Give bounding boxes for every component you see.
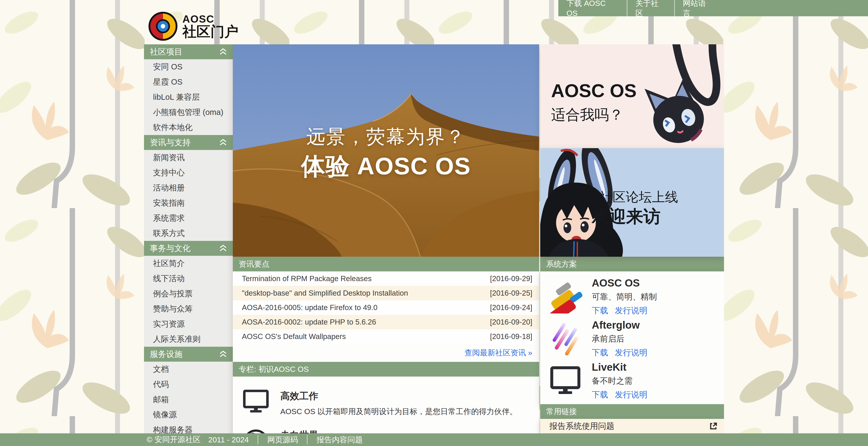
- footer-source-link[interactable]: 网页源码: [258, 435, 307, 444]
- aosc-os-product-icon: [548, 279, 582, 314]
- monitor-icon: [243, 390, 269, 413]
- distro-name: LiveKit: [592, 361, 647, 373]
- sidebar-item-docs[interactable]: 文档: [144, 362, 233, 377]
- distro-entry-afterglow: Afterglow 承前启后 下载 发行说明: [540, 318, 724, 360]
- news-title: Termination of RPM Package Releases: [242, 274, 372, 283]
- sidebar-item-mail[interactable]: 邮箱: [144, 392, 233, 407]
- hero-banner[interactable]: 远景，荧幕为界？ 体验 AOSC OS: [233, 44, 539, 257]
- column-item[interactable]: 高效工作 AOSC OS 以开箱即用及简明设计为目标，是您日常工作的得力伙伴。: [233, 384, 539, 423]
- news-title: AOSC OS's Default Wallpapers: [242, 332, 346, 341]
- column-section: 高效工作 AOSC OS 以开箱即用及简明设计为目标，是您日常工作的得力伙伴。 …: [233, 377, 539, 433]
- distro-release-notes-link[interactable]: 发行说明: [615, 347, 647, 358]
- footer-bar: © 安同开源社区 2011 - 2024 网页源码 报告内容问题: [0, 433, 868, 446]
- news-date: [2016-09-25]: [490, 289, 532, 297]
- right-column: AOSC OS 适合我吗？: [540, 44, 724, 433]
- sidebar-item-sponsorship[interactable]: 赞助与众筹: [144, 301, 233, 317]
- footer-copyright: © 安同开源社区: [147, 435, 201, 445]
- sidebar-section-title: 服务设施: [150, 349, 182, 360]
- sidebar-item-news[interactable]: 新闻资讯: [144, 150, 233, 165]
- banner-forum-title: 社区论坛上线: [599, 188, 678, 206]
- chevrons-up-icon: [219, 49, 227, 55]
- sidebar-item-afterglow-os[interactable]: 星霞 OS: [144, 75, 233, 90]
- column-item-text: 高效工作 AOSC OS 以开箱即用及简明设计为目标，是您日常工作的得力伙伴。: [280, 390, 517, 417]
- sidebar-section-community-projects[interactable]: 社区项目: [144, 44, 233, 59]
- distro-release-notes-link[interactable]: 发行说明: [615, 305, 647, 316]
- sidebar-item-internship[interactable]: 实习资源: [144, 317, 233, 332]
- site-title-cjk: 社区门户: [182, 24, 239, 39]
- sidebar-item-gallery[interactable]: 活动相册: [144, 180, 233, 196]
- chevrons-up-icon: [219, 139, 227, 146]
- column-item-desc: AOSC OS 以开箱即用及简明设计为目标，是您日常工作的得力伙伴。: [280, 406, 517, 417]
- sidebar-item-anthon-os[interactable]: 安同 OS: [144, 59, 233, 75]
- aosc-logo-icon: [148, 11, 178, 41]
- sidebar-item-install-guide[interactable]: 安装指南: [144, 196, 233, 211]
- distro-desc: 备不时之需: [592, 376, 647, 387]
- hero-title: 体验 AOSC OS: [233, 150, 539, 182]
- distro-text: Afterglow 承前启后 下载 发行说明: [592, 319, 647, 358]
- distro-entry-livekit: LiveKit 备不时之需 下载 发行说明: [540, 360, 724, 402]
- news-date: [2016-09-20]: [490, 318, 532, 326]
- topbar-link-download[interactable]: 下载 AOSC OS: [558, 0, 627, 18]
- sidebar-section-news-support[interactable]: 资讯与支持: [144, 135, 233, 150]
- sidebar-section-title: 事务与文化: [150, 243, 191, 254]
- column-item-title: 高效工作: [280, 390, 517, 403]
- footer-report-link[interactable]: 报告内容问题: [307, 435, 372, 444]
- news-date: [2016-09-24]: [490, 303, 532, 312]
- site-title-latin: AOSC: [182, 14, 239, 24]
- banner-forum-subtitle: 欢迎来访: [592, 205, 660, 229]
- sidebar-item-code[interactable]: 代码: [144, 377, 233, 392]
- topbar-link-language[interactable]: 网站语言: [674, 0, 721, 18]
- sidebar-nav: 社区项目 安同 OS 星霞 OS libLoL 兼容层 小熊猫包管理 (oma)…: [144, 44, 233, 433]
- banner-cat-title: AOSC OS: [551, 80, 637, 101]
- sidebar-section-affairs-culture[interactable]: 事务与文化: [144, 241, 233, 256]
- news-date: [2016-09-29]: [490, 274, 532, 283]
- sidebar-item-build-servers[interactable]: 构建服务器: [144, 422, 233, 433]
- aosc-os-quiz-banner[interactable]: AOSC OS 适合我吗？: [540, 44, 724, 148]
- sidebar-item-sysreq[interactable]: 系统需求: [144, 211, 233, 226]
- topbar-link-about[interactable]: 关于社区: [627, 0, 674, 18]
- sidebar-item-oma[interactable]: 小熊猫包管理 (oma): [144, 105, 233, 120]
- afterglow-product-icon: [548, 322, 582, 356]
- distro-download-link[interactable]: 下载: [592, 389, 608, 400]
- sidebar-item-liblol[interactable]: libLoL 兼容层: [144, 90, 233, 105]
- distro-download-link[interactable]: 下载: [592, 305, 608, 316]
- distros-list: AOSC OS 可靠、简明、精制 下载 发行说明: [540, 271, 724, 404]
- sidebar-item-contact[interactable]: 联系方式: [144, 226, 233, 241]
- sidebar-item-code-of-conduct[interactable]: 人际关系准则: [144, 332, 233, 347]
- sidebar-section-services[interactable]: 服务设施: [144, 347, 233, 362]
- footer-years: 2011 - 2024: [209, 435, 249, 444]
- chevrons-up-icon: [219, 245, 227, 252]
- news-title: AOSA-2016-0002: update PHP to 5.6.26: [242, 318, 376, 326]
- sidebar-item-offline-events[interactable]: 线下活动: [144, 271, 233, 286]
- livekit-monitor-icon: [548, 364, 582, 397]
- globe-icon: [243, 429, 269, 433]
- sidebar-item-meetings-votes[interactable]: 例会与投票: [144, 286, 233, 301]
- sidebar-section-title: 社区项目: [150, 47, 182, 57]
- sidebar-item-support[interactable]: 支持中心: [144, 165, 233, 180]
- site-logo[interactable]: AOSC 社区门户: [148, 11, 239, 41]
- content-area: 社区项目 安同 OS 星霞 OS libLoL 兼容层 小熊猫包管理 (oma)…: [144, 44, 724, 433]
- quick-links-header: 常用链接: [540, 404, 724, 419]
- sidebar-item-about-community[interactable]: 社区简介: [144, 256, 233, 271]
- news-row[interactable]: Termination of RPM Package Releases [201…: [233, 271, 539, 286]
- external-link-icon: [709, 422, 718, 430]
- quick-link-report-issue[interactable]: 报告系统使用问题: [540, 419, 724, 433]
- news-row[interactable]: AOSC OS's Default Wallpapers [2016-09-18…: [233, 329, 539, 344]
- distro-desc: 可靠、简明、精制: [592, 291, 657, 302]
- sidebar-item-mirrors[interactable]: 镜像源: [144, 407, 233, 422]
- news-row[interactable]: AOSA-2016-0005: update Firefox to 49.0 […: [233, 300, 539, 315]
- news-row[interactable]: AOSA-2016-0002: update PHP to 5.6.26 [20…: [233, 315, 539, 329]
- distro-release-notes-link[interactable]: 发行说明: [615, 389, 647, 400]
- distro-download-link[interactable]: 下载: [592, 347, 608, 358]
- banner-cat-subtitle: 适合我吗？: [551, 105, 623, 125]
- forum-banner[interactable]: 社区论坛上线 欢迎来访: [540, 148, 724, 257]
- news-more-link[interactable]: 查阅最新社区资讯 »: [465, 348, 532, 358]
- distro-entry-aosc-os: AOSC OS 可靠、简明、精制 下载 发行说明: [540, 275, 724, 318]
- column-section-header: 专栏: 初识AOSC OS: [233, 362, 539, 377]
- column-item[interactable]: 走向世界 如果您在互联网连接受限的地区生活，AOSC OS 内建工具可助您畅游全…: [233, 423, 539, 433]
- news-list: Termination of RPM Package Releases [201…: [233, 271, 539, 344]
- sidebar-item-l10n[interactable]: 软件本地化: [144, 120, 233, 135]
- news-date: [2016-09-18]: [490, 332, 532, 341]
- news-row[interactable]: "desktop-base" and Simplified Desktop In…: [233, 286, 539, 300]
- news-section-header: 资讯要点: [233, 257, 539, 271]
